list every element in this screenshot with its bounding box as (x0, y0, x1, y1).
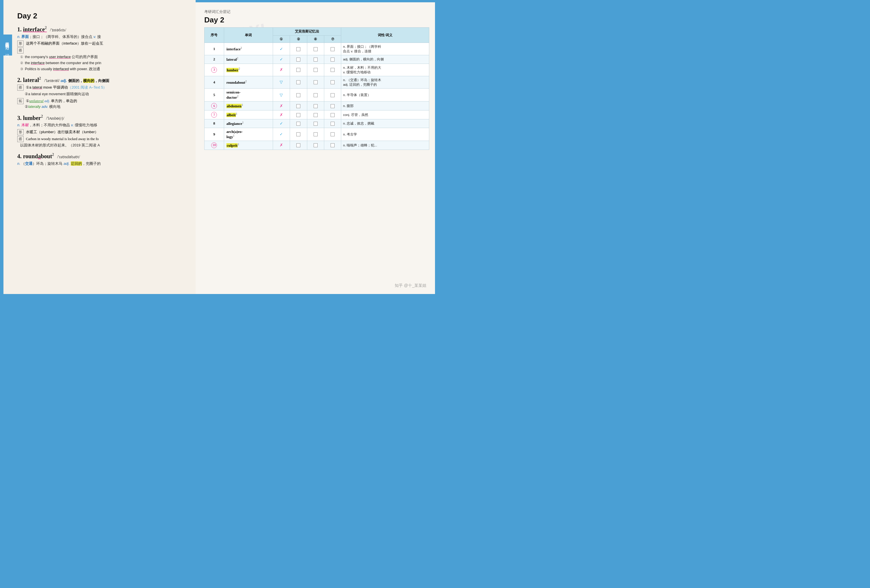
right-page-title: Day 2 (204, 16, 429, 24)
entry-lateral-tuo: 拓 ①unilateral adj. 单方的，单边的 (17, 98, 187, 104)
entry-da: 搭 (17, 48, 187, 54)
check-3 (307, 88, 324, 101)
check-3 (307, 101, 324, 110)
table-row: 7 albeit1 ✗ conj. 尽管，虽然 (204, 110, 429, 119)
entry-lateral-header: 2. lateral2 /'lætərəl/ adj. 侧面的，横向的，向侧面 (17, 76, 187, 83)
entry-word: interface2 (23, 26, 47, 33)
entry-xing: 形 这两个不相融的界面（interface）放在一起会互 (17, 40, 187, 47)
check-3 (307, 119, 324, 128)
entry-lumber-xing: 形 水暖工（plumber）改行贩卖木材（lumber） (17, 129, 187, 135)
entry-roundabout: 4. roundabout2 /'raʊndəbaʊt/ n. （交通）环岛；旋… (17, 152, 187, 166)
table-row: 6 abdomen1 ✗ n. 腹部 (204, 101, 429, 110)
check-3 (307, 76, 324, 88)
check-2 (290, 64, 307, 76)
vocab-table: 序号 单词 艾宾浩斯记忆法 词性·词义 ① ② ④ ⑦ 1 interface2 (204, 27, 429, 150)
check-1: ▽ (273, 88, 290, 101)
row-num: 3 (204, 64, 224, 76)
table-row: 2 lateral2 ✓ adj. 侧面的，横向的，向侧 (204, 55, 429, 64)
check-3 (307, 128, 324, 141)
entry-num: 1. (17, 26, 23, 33)
table-row: 1 interface2 ✓ n. 界面；接口；（两学科合点 v. 接合，连接 (204, 43, 429, 55)
check-2 (290, 119, 307, 128)
entry-lumber-header: 3. lumber2 /'lʌmbə(r)/ (17, 114, 187, 121)
table-row: 8 allegiance1 ✓ n. 忠诚，效忠，拥戴 (204, 119, 429, 128)
th-memory: 艾宾浩斯记忆法 (273, 28, 341, 36)
row-def: n. （交通）环岛；旋转木adj. 迂回的，兜圈子的 (341, 76, 429, 88)
zhihu-watermark: 知乎 @十_某某姐 (395, 283, 426, 288)
example-3: ③ Politics is usually interfaced with po… (20, 67, 187, 72)
row-def: n. 腹部 (341, 101, 429, 110)
lumber-example-2: 以固体木材的形式封存起来。（2019 英二阅读 A (20, 143, 187, 148)
entry-lateral: 2. lateral2 /'lætərəl/ adj. 侧面的，横向的，向侧面 … (17, 76, 187, 109)
row-word: roundabout2 (224, 76, 273, 88)
row-def: adj. 侧面的，横向的，向侧 (341, 55, 429, 64)
row-word: semicon-ductor2 (224, 88, 273, 101)
check-2 (290, 101, 307, 110)
check-4 (324, 128, 341, 141)
check-1: ▽ (273, 76, 290, 88)
check-1: ✗ (273, 101, 290, 110)
example-1: ① the company's user interface 公司的用户界面 (20, 54, 187, 60)
check-2 (290, 110, 307, 119)
check-4 (324, 141, 341, 150)
row-def: n. 嗡嗡声；雄蜂；犯... (341, 141, 429, 150)
check-4 (324, 55, 341, 64)
row-word: culprit1 (224, 141, 273, 150)
right-page: MAXISOC 考研词汇分层记 Day 2 序号 单词 艾宾浩斯记忆法 词性·词… (196, 0, 435, 294)
check-3 (307, 55, 324, 64)
entry-lumber-da: 搭 Carbon in woody material is locked awa… (17, 136, 187, 142)
table-row: 3 lumber2 ✗ n. 木材，木料；不用的大v. 缓慢吃力地移动 (204, 64, 429, 76)
lateral-tuo-2: ②laterally adv. 横向地 (20, 104, 187, 110)
right-blue-top (196, 0, 435, 2)
row-word: abdomen1 (224, 101, 273, 110)
row-def: n. 界面；接口；（两学科合点 v. 接合，连接 (341, 43, 429, 55)
row-def: n. 忠诚，效忠，拥戴 (341, 119, 429, 128)
check-4 (324, 119, 341, 128)
check-1: ✗ (273, 110, 290, 119)
row-word: allegiance1 (224, 119, 273, 128)
entry-lumber: 3. lumber2 /'lʌmbə(r)/ n. 木材，木料；不用的大件物品 … (17, 114, 187, 148)
row-num: 8 (204, 119, 224, 128)
check-3 (307, 64, 324, 76)
row-num: 1 (204, 43, 224, 55)
check-4 (324, 64, 341, 76)
check-4 (324, 88, 341, 101)
example-2: ② the interface between the computer and… (20, 60, 187, 66)
table-row: 4 roundabout2 ▽ n. （交通）环岛；旋转木adj. 迂回的，兜圈… (204, 76, 429, 88)
row-num: 6 (204, 101, 224, 110)
table-row: 10 culprit1 ✗ n. 嗡嗡声；雄蜂；犯... (204, 141, 429, 150)
check-2 (290, 141, 307, 150)
check-4 (324, 76, 341, 88)
check-2 (290, 128, 307, 141)
check-3 (307, 141, 324, 150)
check-2 (290, 55, 307, 64)
right-header-label: 考研词汇分层记 (204, 9, 429, 14)
row-num: 5 (204, 88, 224, 101)
left-page: 考研大纲独有102词 Day 2 1. interface2 /'ɪntəfeɪ… (0, 0, 196, 294)
check-2 (290, 76, 307, 88)
check-1: ✗ (273, 64, 290, 76)
check-2 (290, 88, 307, 101)
entry-def: n. 界面；接口；（两学科、体系等的）接合点 v. 接 (17, 34, 187, 40)
entry-phonetic: /'ɪntəfeɪs/ (50, 28, 67, 32)
lateral-example-2: ②a lateral eye movement 眼睛侧向运动 (20, 91, 187, 97)
entry-interface: 1. interface2 /'ɪntəfeɪs/ n. 界面；接口；（两学科、… (17, 25, 187, 71)
left-page-title: Day 2 (17, 12, 187, 21)
check-1: ✓ (273, 43, 290, 55)
check-2 (290, 43, 307, 55)
check-1: ✗ (273, 141, 290, 150)
check-3 (307, 43, 324, 55)
entry-lateral-da: 搭 ①a lateral move 平级调动（2001 阅读 A–Text 5） (17, 85, 187, 91)
check-1: ✓ (273, 119, 290, 128)
entry-lumber-def: n. 木材，木料；不用的大件物品 v. 缓慢吃力地移 (17, 122, 187, 128)
check-1: ✓ (273, 55, 290, 64)
row-word: interface2 (224, 43, 273, 55)
row-word: albeit1 (224, 110, 273, 119)
table-row: 5 semicon-ductor2 ▽ n. 半导体（装置） (204, 88, 429, 101)
th-sub-4: ④ (307, 36, 324, 43)
row-num: 4 (204, 76, 224, 88)
th-sub-2: ② (290, 36, 307, 43)
entry-roundabout-def: n. （交通）环岛；旋转木马 adj. 迂回的，兜圈子的 (17, 161, 187, 167)
row-def: n. 木材，木料；不用的大v. 缓慢吃力地移动 (341, 64, 429, 76)
side-label: 考研大纲独有102词 (0, 34, 12, 55)
